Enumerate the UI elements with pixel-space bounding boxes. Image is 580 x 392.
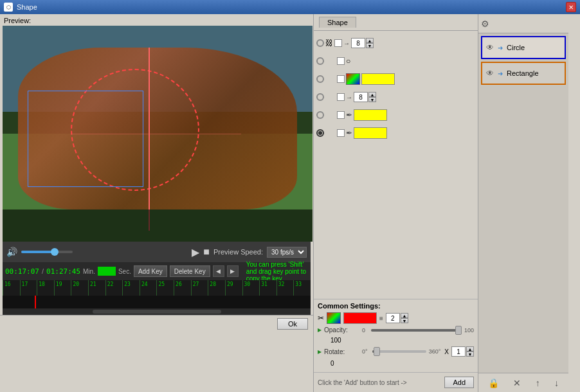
opacity-min: 0	[362, 327, 368, 334]
spin-input-common[interactable]	[386, 313, 400, 323]
shape-row-3	[316, 71, 475, 87]
shape-row-6: ✒	[316, 125, 475, 141]
opacity-row: ▶ Opacity: 0 100	[318, 326, 474, 334]
ok-button[interactable]: Ok	[277, 318, 308, 330]
scroll-thumb	[93, 310, 221, 314]
triangle-icon: ▶	[318, 327, 322, 333]
checkbox-4[interactable]	[337, 93, 345, 101]
video-area	[3, 26, 313, 242]
opacity-fill	[371, 329, 462, 332]
shape-row-5: ✒	[316, 107, 475, 123]
close-button[interactable]: ✕	[566, 2, 576, 12]
timeline-scrollbar[interactable]	[3, 308, 311, 315]
yellow-btn-3[interactable]	[361, 73, 395, 85]
crosshair-horizontal	[71, 134, 241, 134]
color-picker-common[interactable]	[327, 312, 341, 324]
checkbox-3[interactable]	[337, 75, 345, 83]
shape-tab: Shape	[314, 14, 478, 31]
yellow-btn-6[interactable]	[354, 127, 387, 139]
spin-up-1[interactable]: ▲	[366, 38, 374, 43]
stop-button[interactable]: ■	[203, 246, 210, 258]
color-settings-row: ✂ ≡ ▲ ▼	[318, 312, 474, 324]
spin-input-rotate[interactable]	[451, 346, 466, 357]
radio-5[interactable]	[316, 111, 324, 119]
circle-icon: ○	[346, 57, 350, 66]
spin-up-rotate[interactable]: ▲	[466, 346, 474, 352]
delete-key-button[interactable]: Delete Key	[170, 265, 210, 277]
rotate-max: 360°	[429, 348, 441, 355]
radio-filled-6	[318, 131, 322, 135]
spin-4: ▲ ▼	[354, 92, 376, 102]
checkbox-2[interactable]	[337, 57, 345, 65]
status-message: You can press 'Shift' and drag key point…	[241, 261, 308, 282]
min-label: Min.	[83, 268, 95, 275]
rectangle-label: Rectangle	[507, 69, 561, 77]
checkbox-1[interactable]	[334, 39, 342, 47]
radio-6[interactable]	[316, 129, 324, 137]
shape-item-circle[interactable]: 👁 ➜ Circle	[481, 36, 566, 59]
red-color-btn[interactable]	[343, 312, 377, 324]
arrow-icon-circle: ➜	[498, 44, 503, 51]
spin-up-common[interactable]: ▲	[401, 313, 408, 318]
timeline-track[interactable]	[3, 296, 311, 308]
yellow-btn-5[interactable]	[354, 109, 387, 121]
radio-2[interactable]	[316, 57, 324, 65]
spin-up-4[interactable]: ▲	[368, 92, 376, 97]
play-button[interactable]: ▶	[192, 246, 199, 258]
checkbox-6[interactable]	[337, 129, 345, 137]
current-time: 00:17:07	[5, 267, 39, 276]
move-up-button[interactable]: ↑	[536, 378, 540, 388]
scissors-icon: ✂	[318, 314, 324, 323]
prev-key-button[interactable]: ◀	[213, 265, 224, 277]
radio-4[interactable]	[316, 93, 324, 101]
app-icon: ⬡	[4, 3, 13, 12]
arrow-icon-1: →	[343, 40, 350, 47]
radio-3[interactable]	[316, 75, 324, 83]
checkbox-5[interactable]	[337, 111, 345, 119]
arrow-icon-4: →	[346, 94, 352, 101]
shape-row-1: ⛓ → ▲ ▼	[316, 35, 475, 51]
fps-label: Preview Speed:	[213, 248, 263, 256]
shape-list-actions: 🔒 ✕ ↑ ↓	[478, 373, 568, 392]
add-key-button[interactable]: Add Key	[134, 265, 167, 277]
spin-down-1[interactable]: ▼	[366, 43, 374, 48]
delete-shape-button[interactable]: ✕	[513, 378, 521, 388]
window-title: Shape	[17, 3, 37, 11]
opacity-label: Opacity:	[324, 326, 359, 334]
spin-rotate: ▲ ▼	[451, 346, 474, 357]
common-settings-title: Common Settings:	[318, 302, 474, 310]
opacity-slider[interactable]	[371, 329, 462, 332]
tab-shape[interactable]: Shape	[319, 17, 356, 28]
circle-label: Circle	[507, 44, 561, 51]
eye-icon-rectangle: 👁	[486, 69, 494, 78]
spin-input-1[interactable]	[351, 38, 365, 48]
spin-1: ▲ ▼	[351, 38, 374, 48]
timeline-controls: 00:17:07 / 01:27:45 Min. Sec. Add Key De…	[3, 262, 311, 280]
opacity-thumb	[455, 326, 462, 335]
video-overlay-bottom	[3, 209, 313, 242]
radio-1[interactable]	[316, 39, 324, 47]
next-key-button[interactable]: ▶	[227, 265, 239, 277]
total-time: 01:27:45	[46, 267, 80, 276]
opacity-value: 100	[331, 337, 341, 344]
add-area: Click the 'Add' button to start -> Add	[314, 372, 478, 392]
add-button[interactable]: Add	[444, 377, 474, 388]
timeline-ruler: 16 17 18 19 20 21 22 23 24 25 26 27 28 2…	[3, 280, 311, 296]
spin-down-rotate[interactable]: ▼	[466, 352, 474, 357]
rotate-slider[interactable]	[372, 350, 426, 353]
move-down-button[interactable]: ↓	[554, 378, 559, 388]
spin-down-common[interactable]: ▼	[401, 318, 408, 323]
min-input[interactable]	[98, 267, 116, 276]
bottom-bar: Ok	[0, 315, 313, 332]
color-picker-3[interactable]	[346, 73, 360, 85]
spin-input-4[interactable]	[354, 92, 368, 102]
rotate-row: ▶ Rotate: 0° 360° X ▲ ▼	[318, 346, 474, 357]
shape-item-rectangle[interactable]: 👁 ➜ Rectangle	[481, 62, 566, 85]
opacity-max: 100	[464, 327, 474, 334]
fps-select[interactable]: 30 fps/s	[267, 247, 307, 258]
add-hint: Click the 'Add' button to start ->	[318, 379, 440, 386]
spin-down-4[interactable]: ▼	[368, 97, 376, 102]
lock-button[interactable]: 🔒	[488, 378, 499, 388]
volume-slider[interactable]	[21, 251, 73, 253]
rectangle-overlay	[28, 91, 143, 187]
